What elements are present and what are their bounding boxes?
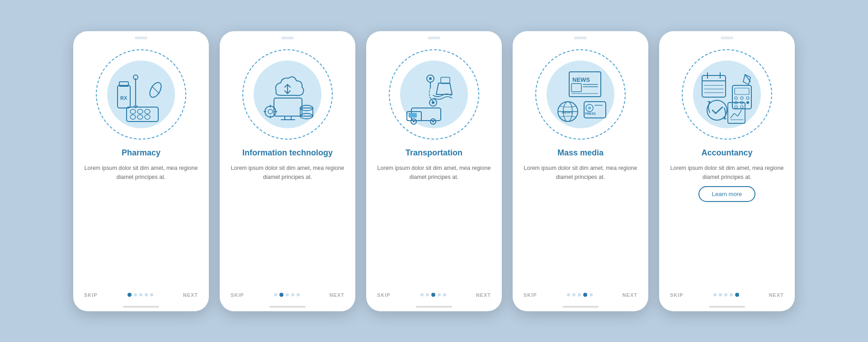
illustration-pharmacy: RX	[91, 45, 191, 144]
dot-3	[139, 293, 142, 296]
phone-card-it: Information technology Lorem ipsum dolor…	[220, 31, 355, 311]
massmedia-title: Mass media	[557, 148, 604, 158]
phone-bottom-pharmacy: SKIP NEXT	[73, 289, 209, 306]
pharmacy-desc: Lorem ipsum dolor sit dim amet, mea regi…	[84, 164, 198, 182]
pharmacy-title: Pharmacy	[122, 148, 160, 158]
svg-point-33	[429, 77, 432, 80]
dot-5	[735, 293, 739, 297]
phone-content-pharmacy: Pharmacy Lorem ipsum dolor sit dim amet,…	[73, 144, 209, 289]
dot-5	[297, 293, 300, 296]
next-label[interactable]: NEXT	[183, 292, 198, 298]
it-desc: Lorem ipsum dolor sit dim amet, mea regi…	[231, 164, 344, 182]
next-label-it[interactable]: NEXT	[330, 292, 344, 298]
dot-1	[274, 293, 277, 296]
svg-point-6	[130, 109, 136, 114]
skip-label-it[interactable]: SKIP	[231, 292, 244, 298]
svg-point-9	[130, 115, 136, 119]
dot-4	[583, 293, 587, 297]
transport-desc: Lorem ipsum dolor sit dim amet, mea regi…	[377, 164, 491, 182]
dots-massmedia	[567, 293, 593, 297]
transport-title: Transportation	[406, 148, 462, 158]
phone-content-accountancy: Accountancy Lorem ipsum dolor sit dim am…	[659, 144, 795, 289]
skip-label-massmedia[interactable]: SKIP	[524, 292, 537, 298]
phone-bottom-transport: SKIP NEXT	[366, 289, 502, 306]
svg-point-8	[145, 109, 150, 114]
phone-bottom-accountancy: SKIP NEXT	[659, 289, 795, 306]
svg-point-53	[588, 107, 591, 109]
svg-point-67	[741, 97, 743, 99]
svg-point-40	[432, 121, 434, 122]
svg-rect-36	[409, 113, 417, 117]
dot-4	[291, 293, 294, 296]
illustration-it	[238, 45, 337, 144]
accountancy-title: Accountancy	[701, 148, 752, 158]
dots-transport	[420, 293, 446, 297]
massmedia-desc: Lorem ipsum dolor sit dim amet, mea regi…	[524, 164, 637, 182]
skip-label-transport[interactable]: SKIP	[377, 292, 391, 298]
dot-4	[438, 293, 441, 296]
it-title: Information technology	[242, 148, 333, 158]
phone-card-transport: Transportation Lorem ipsum dolor sit dim…	[366, 31, 502, 311]
phone-bottom-it: SKIP NEXT	[220, 289, 355, 306]
svg-point-11	[145, 115, 150, 119]
dot-3	[724, 293, 727, 296]
illustration-transport	[384, 45, 484, 144]
svg-point-7	[137, 109, 143, 114]
svg-rect-51	[584, 102, 606, 118]
phone-camera-transport	[428, 37, 440, 39]
svg-point-72	[735, 106, 737, 108]
illustration-accountancy	[677, 45, 777, 144]
dot-5	[150, 293, 153, 296]
dot-1	[127, 293, 132, 297]
phone-content-massmedia: Mass media Lorem ipsum dolor sit dim ame…	[513, 144, 648, 289]
phone-card-accountancy: Accountancy Lorem ipsum dolor sit dim am…	[659, 31, 795, 311]
svg-text:NEWS: NEWS	[562, 110, 573, 114]
dots-pharmacy	[127, 293, 153, 297]
phone-camera	[135, 37, 147, 39]
home-indicator	[123, 306, 159, 308]
phone-bottom-massmedia: SKIP NEXT	[513, 289, 648, 306]
phone-card-massmedia: NEWS NEWS PRESS M	[513, 31, 648, 311]
next-label-accountancy[interactable]: NEXT	[769, 292, 784, 298]
dot-3	[286, 293, 289, 296]
svg-text:PRESS: PRESS	[585, 112, 596, 115]
accountancy-desc: Lorem ipsum dolor sit dim amet, mea regi…	[670, 164, 784, 182]
next-label-transport[interactable]: NEXT	[476, 292, 491, 298]
skip-label[interactable]: SKIP	[84, 292, 98, 298]
dot-2	[279, 293, 283, 297]
svg-rect-5	[127, 107, 158, 122]
dot-1	[420, 293, 424, 296]
svg-point-71	[746, 101, 749, 104]
svg-rect-65	[735, 88, 749, 94]
home-indicator-transport	[416, 306, 452, 308]
svg-rect-15	[274, 98, 302, 116]
learn-more-button[interactable]: Learn more	[698, 186, 755, 202]
svg-text:NEWS: NEWS	[572, 76, 590, 83]
phone-top-bar	[73, 31, 209, 41]
phone-card-pharmacy: RX Pharmacy Lorem ipsum dolor sit di	[73, 31, 209, 311]
phone-camera-it	[281, 37, 294, 39]
dots-it	[274, 293, 300, 297]
dots-accountancy	[713, 293, 739, 297]
dot-2	[719, 293, 722, 296]
svg-point-32	[432, 101, 434, 104]
phone-top-bar-accountancy	[659, 31, 795, 41]
phone-top-bar-it	[220, 31, 355, 41]
phone-content-transport: Transportation Lorem ipsum dolor sit dim…	[366, 144, 502, 289]
svg-rect-56	[702, 75, 726, 97]
svg-rect-43	[571, 84, 581, 92]
dot-3	[431, 293, 435, 297]
phone-camera-accountancy	[721, 37, 733, 39]
svg-line-13	[152, 86, 159, 94]
phone-top-bar-massmedia	[513, 31, 648, 41]
phone-camera-massmedia	[574, 37, 587, 39]
dot-5	[443, 293, 446, 296]
home-indicator-massmedia	[562, 306, 599, 308]
dot-2	[426, 293, 429, 296]
svg-point-38	[413, 121, 415, 122]
skip-label-accountancy[interactable]: SKIP	[670, 292, 684, 298]
svg-point-66	[735, 97, 737, 99]
svg-text:RX: RX	[120, 95, 127, 101]
svg-point-73	[741, 106, 743, 108]
next-label-massmedia[interactable]: NEXT	[623, 292, 637, 298]
